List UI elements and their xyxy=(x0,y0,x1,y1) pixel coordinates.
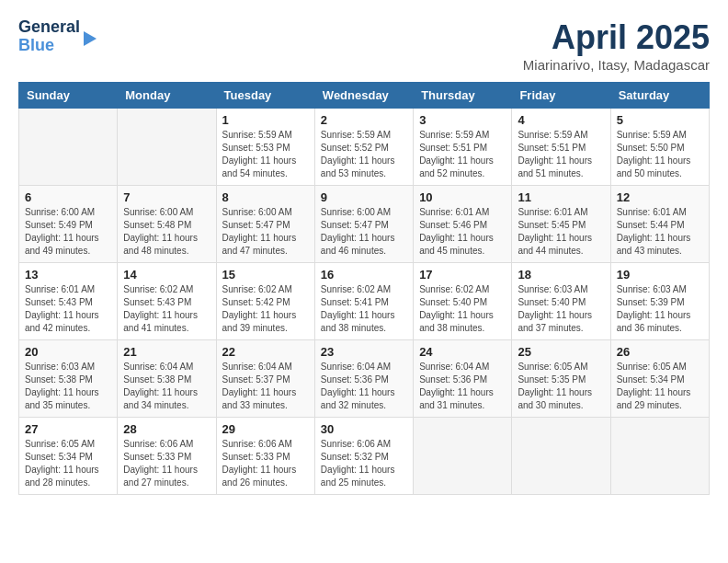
calendar-cell: 27Sunrise: 6:05 AM Sunset: 5:34 PM Dayli… xyxy=(19,418,118,495)
day-info: Sunrise: 5:59 AM Sunset: 5:52 PM Dayligh… xyxy=(321,129,407,180)
day-number: 27 xyxy=(25,422,111,436)
day-info: Sunrise: 6:01 AM Sunset: 5:45 PM Dayligh… xyxy=(518,206,604,258)
day-info: Sunrise: 6:06 AM Sunset: 5:32 PM Dayligh… xyxy=(321,438,407,489)
day-info: Sunrise: 6:00 AM Sunset: 5:47 PM Dayligh… xyxy=(321,206,407,258)
weekday-header-sunday: Sunday xyxy=(19,83,118,109)
calendar-header-row: SundayMondayTuesdayWednesdayThursdayFrid… xyxy=(19,83,710,109)
calendar-cell: 10Sunrise: 6:01 AM Sunset: 5:46 PM Dayli… xyxy=(414,186,512,263)
day-info: Sunrise: 6:02 AM Sunset: 5:40 PM Dayligh… xyxy=(419,283,506,335)
day-info: Sunrise: 6:05 AM Sunset: 5:34 PM Dayligh… xyxy=(25,438,111,489)
day-number: 9 xyxy=(321,190,407,204)
day-number: 14 xyxy=(123,268,210,282)
day-info: Sunrise: 6:01 AM Sunset: 5:46 PM Dayligh… xyxy=(419,206,506,258)
day-info: Sunrise: 6:01 AM Sunset: 5:43 PM Dayligh… xyxy=(25,283,111,335)
day-info: Sunrise: 5:59 AM Sunset: 5:50 PM Dayligh… xyxy=(617,129,703,180)
calendar-cell: 7Sunrise: 6:00 AM Sunset: 5:48 PM Daylig… xyxy=(118,186,216,263)
weekday-header-tuesday: Tuesday xyxy=(216,83,314,109)
logo-text: GeneralBlue xyxy=(18,18,80,55)
day-info: Sunrise: 6:01 AM Sunset: 5:44 PM Dayligh… xyxy=(617,206,703,258)
day-info: Sunrise: 6:05 AM Sunset: 5:35 PM Dayligh… xyxy=(518,361,604,412)
title-section: April 2025 Miarinarivo, Itasy, Madagasca… xyxy=(523,18,710,73)
day-number: 25 xyxy=(518,345,604,359)
calendar-cell: 20Sunrise: 6:03 AM Sunset: 5:38 PM Dayli… xyxy=(19,340,118,418)
day-number: 21 xyxy=(123,345,210,359)
calendar-cell: 6Sunrise: 6:00 AM Sunset: 5:49 PM Daylig… xyxy=(19,186,118,263)
calendar-cell: 2Sunrise: 5:59 AM Sunset: 5:52 PM Daylig… xyxy=(314,109,413,186)
day-number: 1 xyxy=(222,113,309,127)
day-number: 4 xyxy=(518,113,604,127)
calendar-cell: 24Sunrise: 6:04 AM Sunset: 5:36 PM Dayli… xyxy=(414,340,512,418)
day-number: 24 xyxy=(419,345,506,359)
calendar-cell: 16Sunrise: 6:02 AM Sunset: 5:41 PM Dayli… xyxy=(314,263,413,340)
day-info: Sunrise: 6:04 AM Sunset: 5:36 PM Dayligh… xyxy=(419,361,506,412)
day-number: 6 xyxy=(25,190,111,204)
calendar-table: SundayMondayTuesdayWednesdayThursdayFrid… xyxy=(18,82,710,495)
day-info: Sunrise: 6:05 AM Sunset: 5:34 PM Dayligh… xyxy=(617,361,703,412)
day-info: Sunrise: 6:00 AM Sunset: 5:49 PM Dayligh… xyxy=(25,206,111,258)
day-number: 10 xyxy=(419,190,506,204)
calendar-week-row: 27Sunrise: 6:05 AM Sunset: 5:34 PM Dayli… xyxy=(19,418,710,495)
day-number: 16 xyxy=(321,268,407,282)
day-number: 17 xyxy=(419,268,506,282)
day-info: Sunrise: 6:03 AM Sunset: 5:38 PM Dayligh… xyxy=(25,361,111,412)
calendar-cell: 5Sunrise: 5:59 AM Sunset: 5:50 PM Daylig… xyxy=(610,109,709,186)
day-number: 28 xyxy=(123,422,210,436)
day-number: 7 xyxy=(123,190,210,204)
day-info: Sunrise: 5:59 AM Sunset: 5:51 PM Dayligh… xyxy=(518,129,604,180)
calendar-cell xyxy=(118,109,216,186)
calendar-cell: 17Sunrise: 6:02 AM Sunset: 5:40 PM Dayli… xyxy=(414,263,512,340)
calendar-cell: 28Sunrise: 6:06 AM Sunset: 5:33 PM Dayli… xyxy=(118,418,216,495)
location-text: Miarinarivo, Itasy, Madagascar xyxy=(523,57,710,73)
page-header: GeneralBlue April 2025 Miarinarivo, Itas… xyxy=(18,18,710,73)
calendar-cell: 1Sunrise: 5:59 AM Sunset: 5:53 PM Daylig… xyxy=(216,109,314,186)
calendar-cell: 22Sunrise: 6:04 AM Sunset: 5:37 PM Dayli… xyxy=(216,340,314,418)
logo: GeneralBlue xyxy=(18,18,97,55)
calendar-cell: 29Sunrise: 6:06 AM Sunset: 5:33 PM Dayli… xyxy=(216,418,314,495)
day-number: 30 xyxy=(321,422,407,436)
day-info: Sunrise: 6:00 AM Sunset: 5:47 PM Dayligh… xyxy=(222,206,309,258)
weekday-header-thursday: Thursday xyxy=(414,83,512,109)
calendar-week-row: 1Sunrise: 5:59 AM Sunset: 5:53 PM Daylig… xyxy=(19,109,710,186)
calendar-cell: 21Sunrise: 6:04 AM Sunset: 5:38 PM Dayli… xyxy=(118,340,216,418)
day-info: Sunrise: 6:02 AM Sunset: 5:41 PM Dayligh… xyxy=(321,283,407,335)
calendar-cell: 25Sunrise: 6:05 AM Sunset: 5:35 PM Dayli… xyxy=(512,340,610,418)
day-info: Sunrise: 6:02 AM Sunset: 5:42 PM Dayligh… xyxy=(222,283,309,335)
day-number: 22 xyxy=(222,345,309,359)
day-info: Sunrise: 6:04 AM Sunset: 5:36 PM Dayligh… xyxy=(321,361,407,412)
calendar-cell: 15Sunrise: 6:02 AM Sunset: 5:42 PM Dayli… xyxy=(216,263,314,340)
day-info: Sunrise: 6:03 AM Sunset: 5:39 PM Dayligh… xyxy=(617,283,703,335)
calendar-cell: 14Sunrise: 6:02 AM Sunset: 5:43 PM Dayli… xyxy=(118,263,216,340)
weekday-header-friday: Friday xyxy=(512,83,610,109)
calendar-cell: 8Sunrise: 6:00 AM Sunset: 5:47 PM Daylig… xyxy=(216,186,314,263)
calendar-cell: 13Sunrise: 6:01 AM Sunset: 5:43 PM Dayli… xyxy=(19,263,118,340)
day-info: Sunrise: 6:00 AM Sunset: 5:48 PM Dayligh… xyxy=(123,206,210,258)
month-title: April 2025 xyxy=(523,18,710,57)
calendar-cell: 9Sunrise: 6:00 AM Sunset: 5:47 PM Daylig… xyxy=(314,186,413,263)
day-info: Sunrise: 5:59 AM Sunset: 5:51 PM Dayligh… xyxy=(419,129,506,180)
day-number: 5 xyxy=(617,113,703,127)
calendar-cell: 12Sunrise: 6:01 AM Sunset: 5:44 PM Dayli… xyxy=(610,186,709,263)
day-number: 18 xyxy=(518,268,604,282)
calendar-cell: 26Sunrise: 6:05 AM Sunset: 5:34 PM Dayli… xyxy=(610,340,709,418)
calendar-cell: 23Sunrise: 6:04 AM Sunset: 5:36 PM Dayli… xyxy=(314,340,413,418)
calendar-cell: 4Sunrise: 5:59 AM Sunset: 5:51 PM Daylig… xyxy=(512,109,610,186)
day-number: 19 xyxy=(617,268,703,282)
day-number: 8 xyxy=(222,190,309,204)
day-number: 2 xyxy=(321,113,407,127)
calendar-week-row: 20Sunrise: 6:03 AM Sunset: 5:38 PM Dayli… xyxy=(19,340,710,418)
logo-arrow-icon xyxy=(84,31,97,46)
weekday-header-wednesday: Wednesday xyxy=(314,83,413,109)
day-number: 29 xyxy=(222,422,309,436)
day-info: Sunrise: 6:06 AM Sunset: 5:33 PM Dayligh… xyxy=(222,438,309,489)
day-info: Sunrise: 6:03 AM Sunset: 5:40 PM Dayligh… xyxy=(518,283,604,335)
calendar-cell: 18Sunrise: 6:03 AM Sunset: 5:40 PM Dayli… xyxy=(512,263,610,340)
calendar-week-row: 13Sunrise: 6:01 AM Sunset: 5:43 PM Dayli… xyxy=(19,263,710,340)
calendar-cell: 19Sunrise: 6:03 AM Sunset: 5:39 PM Dayli… xyxy=(610,263,709,340)
calendar-cell xyxy=(19,109,118,186)
day-number: 12 xyxy=(617,190,703,204)
calendar-cell: 11Sunrise: 6:01 AM Sunset: 5:45 PM Dayli… xyxy=(512,186,610,263)
day-number: 23 xyxy=(321,345,407,359)
calendar-cell: 3Sunrise: 5:59 AM Sunset: 5:51 PM Daylig… xyxy=(414,109,512,186)
day-number: 11 xyxy=(518,190,604,204)
calendar-cell xyxy=(610,418,709,495)
